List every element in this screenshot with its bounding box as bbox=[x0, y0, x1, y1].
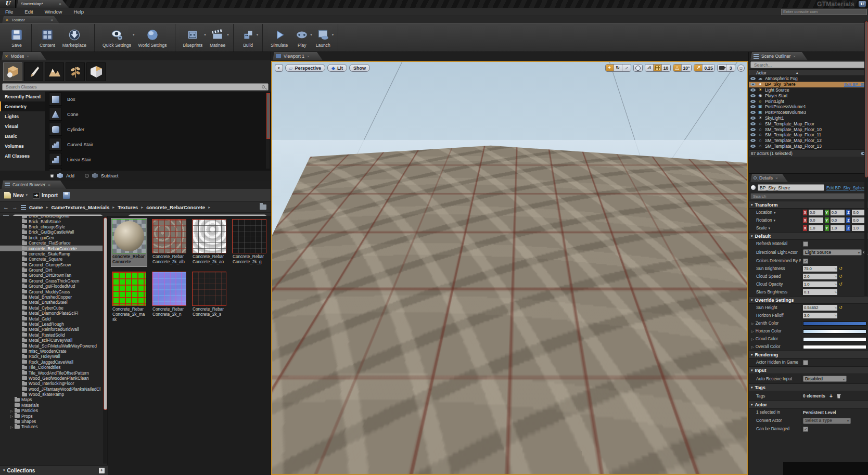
sun-height-field[interactable]: 0.54852↘ bbox=[803, 305, 837, 311]
mode-category[interactable]: Basic bbox=[0, 131, 45, 141]
placeable-item[interactable]: Box bbox=[45, 92, 271, 107]
outliner-row[interactable]: Light Source bbox=[749, 87, 868, 93]
expander-icon[interactable]: ▷ bbox=[751, 337, 754, 341]
simulate-button[interactable]: Simulate bbox=[267, 24, 291, 52]
folder-tree-item[interactable]: ▷ Ground_GrassThickGreen bbox=[0, 278, 103, 284]
asset-tile[interactable]: Concrete_RebarConcrete_2k_g bbox=[232, 219, 267, 266]
actor-name-field[interactable]: BP_Sky_Shere bbox=[758, 184, 824, 191]
visibility-eye-icon[interactable] bbox=[750, 139, 756, 142]
x-value-field[interactable]: 0.0 bbox=[809, 217, 823, 223]
mode-category[interactable]: Visual bbox=[0, 121, 45, 131]
outliner-row[interactable]: SM_Template_Map_Floor_10 bbox=[749, 126, 868, 132]
camera-speed-value[interactable]: 3 bbox=[726, 65, 735, 71]
transform-section-header[interactable]: ▾ Transform bbox=[749, 201, 868, 209]
close-icon[interactable]: × bbox=[307, 54, 310, 59]
path-history-icon[interactable] bbox=[21, 205, 26, 210]
mode-landscape-button[interactable] bbox=[45, 62, 64, 81]
expander-icon[interactable]: ▷ bbox=[751, 329, 754, 333]
placeable-item[interactable]: Linear Stair bbox=[45, 152, 271, 167]
folder-tree-item[interactable]: ▷ Shapes bbox=[0, 419, 103, 424]
menu-item[interactable]: Help bbox=[73, 9, 84, 15]
folder-tree-item[interactable]: ▷ Rock_HoleyWall bbox=[0, 354, 103, 359]
folder-tree-item[interactable]: ▷ Metal_DiamondPlateSciFi bbox=[0, 311, 103, 316]
folder-tree-item[interactable]: ▷ Brick_chicagoStyle bbox=[0, 224, 103, 229]
collapse-icon[interactable]: ▾ bbox=[3, 468, 5, 472]
marketplace-button[interactable]: Marketplace bbox=[59, 24, 90, 52]
translate-tool-button[interactable]: + bbox=[606, 65, 614, 71]
cloud-opacity-field[interactable]: 1.0↘ bbox=[803, 281, 837, 287]
outliner-row[interactable]: Atmospheric Fog bbox=[749, 76, 868, 82]
menu-item[interactable]: Edit bbox=[24, 9, 33, 15]
scrollbar[interactable] bbox=[864, 21, 867, 297]
overall-color-swatch[interactable] bbox=[803, 345, 866, 349]
show-button[interactable]: Show bbox=[349, 64, 370, 72]
perspective-button[interactable]: ▱ Perspective bbox=[285, 64, 325, 72]
outliner-row[interactable]: PointLight bbox=[749, 98, 868, 104]
cloud-color-swatch[interactable] bbox=[803, 337, 866, 341]
directional-light-dropdown[interactable]: Light Source ▾ bbox=[803, 249, 862, 255]
visibility-eye-icon[interactable] bbox=[750, 94, 756, 97]
folder-tree-item[interactable]: ▷ Ground_guiFloodedMud bbox=[0, 284, 103, 289]
document-tab[interactable]: StarterMap* × bbox=[17, 0, 69, 8]
reset-to-default-icon[interactable]: ↺ bbox=[839, 266, 843, 271]
content-button[interactable]: Content bbox=[36, 24, 59, 52]
folder-tree-item[interactable]: ▷ Metal_BrushedSteel bbox=[0, 300, 103, 305]
visibility-eye-icon[interactable] bbox=[750, 88, 756, 92]
folder-tree-item[interactable]: ▷ Ground_DirtBrownTan bbox=[0, 273, 103, 278]
grid-snap-value[interactable]: 10 bbox=[662, 65, 670, 71]
cloud-speed-field[interactable]: 2.0↘ bbox=[803, 274, 837, 279]
outliner-column-header[interactable]: Actor ▲ bbox=[749, 69, 868, 76]
surface-snap-button[interactable]: ⊿ bbox=[645, 65, 654, 71]
visibility-eye-icon[interactable] bbox=[750, 105, 756, 108]
outliner-row[interactable]: BP_Sky_Shere Edit BP_Sky_Sphere bbox=[749, 82, 868, 87]
actor-hidden-checkbox[interactable] bbox=[803, 360, 808, 365]
visibility-eye-icon[interactable] bbox=[750, 83, 756, 86]
x-value-field[interactable]: 0.0 bbox=[809, 210, 823, 215]
visibility-eye-icon[interactable] bbox=[750, 122, 756, 125]
expander-icon[interactable]: ▷ bbox=[10, 425, 13, 429]
console-command-input[interactable]: Enter console com bbox=[781, 9, 867, 15]
expander-icon[interactable]: ▷ bbox=[751, 345, 754, 349]
outliner-search-input[interactable]: Search... bbox=[750, 61, 866, 68]
mode-category[interactable]: Volumes bbox=[0, 141, 45, 151]
mode-category[interactable]: All Classes bbox=[0, 151, 45, 161]
breadcrumb-gametextures-materials[interactable]: GameTextures_Materials bbox=[51, 204, 109, 210]
csg-add-radio[interactable] bbox=[50, 174, 54, 178]
folder-tree-item[interactable]: ▷ Metal_sciFiCurveyWall bbox=[0, 338, 103, 343]
grid-snap-button[interactable] bbox=[654, 65, 662, 71]
y-value-field[interactable]: 0.0 bbox=[831, 217, 845, 223]
chevron-down-icon[interactable]: ▾ bbox=[227, 33, 229, 37]
zenith-color-swatch[interactable] bbox=[803, 322, 866, 326]
reset-to-default-icon[interactable]: ↺ bbox=[839, 274, 843, 279]
folder-tree-item[interactable]: ▷ Rock_JaggedCaveWall bbox=[0, 360, 103, 365]
folder-tree-item[interactable]: ▷ brick_guiGen bbox=[0, 235, 103, 240]
expander-icon[interactable]: ▷ bbox=[751, 322, 754, 325]
outliner-row[interactable]: SkyLight1 bbox=[749, 115, 868, 121]
breadcrumb-concrete-rebarconcrete[interactable]: concrete_RebarConcrete bbox=[146, 204, 205, 210]
delete-tags-button[interactable] bbox=[837, 394, 841, 399]
viewport-frame[interactable]: ▾ ▱ Perspective ◆ Lit Show + ↻ ↔ bbox=[271, 61, 748, 475]
visibility-eye-icon[interactable] bbox=[750, 117, 756, 120]
stars-brightness-field[interactable]: 0.1↘ bbox=[803, 289, 837, 295]
refresh-material-checkbox[interactable] bbox=[803, 241, 808, 247]
close-icon[interactable]: × bbox=[27, 54, 29, 59]
visibility-eye-icon[interactable] bbox=[750, 111, 756, 114]
outliner-row[interactable]: SM_Template_Map_Floor_13 bbox=[749, 144, 868, 149]
outliner-row[interactable]: PostProcessVolume1 bbox=[749, 104, 868, 110]
breadcrumb-game[interactable]: Game bbox=[29, 204, 43, 210]
folder-tree-item[interactable]: ▷ wood_JFfantasyWoodPlanksNailedCl bbox=[0, 387, 103, 392]
outliner-row[interactable]: SM_Template_Map_Floor_11 bbox=[749, 132, 868, 138]
outliner-row[interactable]: Player Start bbox=[749, 93, 868, 98]
rendering-section-header[interactable]: ▾ Rendering bbox=[749, 351, 868, 358]
close-icon[interactable]: × bbox=[48, 183, 50, 187]
edit-blueprint-link[interactable]: Edit BP_Sky_Sphere bbox=[844, 82, 867, 87]
outliner-row[interactable]: SM_Template_Map_Floor bbox=[749, 121, 868, 126]
auto-receive-input-dropdown[interactable]: Disabled ▾ bbox=[803, 376, 847, 382]
visibility-eye-icon[interactable] bbox=[750, 145, 756, 148]
folder-tree-item[interactable]: ▷ Tile_Coloredtiles bbox=[0, 365, 103, 370]
folder-tree-item[interactable]: ▷ Tile_WoodAndTileOffsetPattern bbox=[0, 370, 103, 375]
mode-place-button[interactable] bbox=[3, 62, 22, 81]
placeable-item[interactable]: Curved Stair bbox=[45, 137, 271, 152]
rotate-tool-button[interactable]: ↻ bbox=[614, 65, 622, 71]
mode-foliage-button[interactable] bbox=[66, 62, 85, 81]
